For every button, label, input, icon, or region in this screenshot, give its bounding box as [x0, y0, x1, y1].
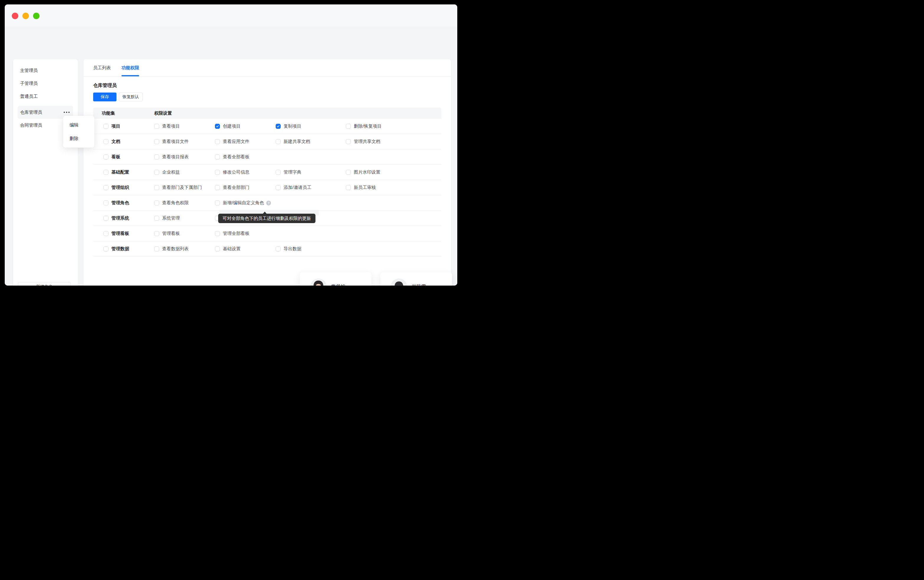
- table-row: 看板查看项目报表查看全部看板: [93, 150, 441, 165]
- group-cell: 基础配置: [104, 165, 129, 180]
- permission-cell: 创建项目: [215, 119, 241, 134]
- sidebar-item[interactable]: 普通员工: [18, 90, 73, 103]
- checkbox[interactable]: [276, 246, 280, 251]
- permission-cell: 复制项目: [276, 119, 301, 134]
- permission-cell: 查看项目: [154, 119, 180, 134]
- checkbox[interactable]: [215, 185, 220, 190]
- checkbox[interactable]: [104, 139, 109, 144]
- permission-label: 查看数据列表: [162, 246, 189, 252]
- checkbox[interactable]: [154, 200, 159, 206]
- tab-employee-list[interactable]: 员工列表: [93, 59, 111, 76]
- group-cell: 项目: [104, 119, 120, 134]
- checkbox[interactable]: [346, 170, 351, 175]
- table-row: 项目查看项目创建项目复制项目删除/恢复项目: [93, 119, 441, 134]
- sidebar-item[interactable]: 子管理员: [18, 77, 73, 90]
- checkbox[interactable]: [215, 200, 220, 206]
- table-row: 管理数据查看数据列表基础设置导出数据: [93, 241, 441, 257]
- add-role-button[interactable]: 新增角色: [18, 282, 71, 285]
- checkbox[interactable]: [215, 139, 220, 144]
- permission-cell: 管理共享文档: [346, 134, 380, 149]
- group-label: 项目: [111, 124, 120, 129]
- help-icon[interactable]: ?: [266, 201, 271, 206]
- checkbox[interactable]: [154, 185, 159, 190]
- user-name: 费凝锦: [331, 283, 346, 286]
- permission-cell: 删除/恢复项目: [346, 119, 381, 134]
- user-card[interactable]: 费凝锦: [300, 272, 371, 285]
- checkbox[interactable]: [276, 124, 280, 129]
- checkbox[interactable]: [104, 246, 109, 251]
- permission-label: 查看全部部门: [223, 185, 249, 190]
- checkbox[interactable]: [276, 139, 280, 144]
- user-card[interactable]: 崔荣震: [380, 272, 452, 285]
- group-label: 管理看板: [111, 231, 129, 236]
- permission-label: 添加/邀请员工: [284, 185, 311, 190]
- checkbox[interactable]: [154, 246, 159, 251]
- checkbox[interactable]: [346, 139, 351, 144]
- sidebar-item[interactable]: 主管理员: [18, 64, 73, 77]
- checkbox[interactable]: [276, 185, 280, 190]
- checkbox[interactable]: [215, 170, 220, 175]
- permission-label: 复制项目: [284, 124, 301, 129]
- permission-label: 新员工审核: [354, 185, 376, 190]
- minimize-button[interactable]: [22, 13, 29, 19]
- checkbox[interactable]: [154, 216, 159, 221]
- sidebar-item-label: 仓库管理员: [20, 110, 42, 115]
- context-menu-item[interactable]: 编辑: [63, 118, 94, 132]
- permission-label: 导出数据: [284, 246, 301, 252]
- permission-cell: 查看全部部门: [215, 180, 249, 195]
- checkbox[interactable]: [215, 155, 220, 160]
- checkbox[interactable]: [104, 155, 109, 160]
- permission-cell: 查看数据列表: [154, 241, 189, 256]
- permission-cell: 添加/邀请员工: [276, 180, 311, 195]
- permission-cell: 查看角色权限: [154, 195, 189, 211]
- permission-label: 查看项目报表: [162, 154, 189, 160]
- permission-label: 查看部门及下属部门: [162, 185, 202, 190]
- checkbox[interactable]: [154, 139, 159, 144]
- zoom-button[interactable]: [33, 13, 40, 19]
- group-cell: 看板: [104, 150, 120, 165]
- permission-label: 查看角色权限: [162, 200, 189, 206]
- checkbox[interactable]: [154, 231, 159, 236]
- table-body: 项目查看项目创建项目复制项目删除/恢复项目文档查看项目文件查看应用文件新建共享文…: [93, 119, 441, 257]
- permission-label: 管理字典: [284, 170, 301, 175]
- checkbox[interactable]: [104, 200, 109, 206]
- checkbox[interactable]: [104, 185, 109, 190]
- context-menu-item[interactable]: 删除: [63, 132, 94, 145]
- checkbox[interactable]: [215, 231, 220, 236]
- permission-cell: 修改公司信息: [215, 165, 249, 180]
- permission-label: 图片水印设置: [354, 170, 380, 175]
- traffic-lights: [12, 13, 40, 19]
- group-cell: 管理数据: [104, 241, 129, 256]
- context-menu: 编辑删除: [63, 116, 94, 148]
- checkbox[interactable]: [215, 246, 220, 251]
- checkbox[interactable]: [154, 155, 159, 160]
- checkbox[interactable]: [276, 170, 280, 175]
- permission-label: 基础设置: [223, 246, 241, 252]
- checkbox[interactable]: [104, 231, 109, 236]
- more-dot: [66, 112, 67, 113]
- checkbox[interactable]: [154, 170, 159, 175]
- checkbox[interactable]: [346, 185, 351, 190]
- permission-cell: 系统管理: [154, 211, 180, 226]
- close-button[interactable]: [12, 13, 18, 19]
- app-window: 主管理员子管理员普通员工仓库管理员合同管理员 新增角色 员工列表功能权限 仓库管…: [5, 5, 457, 285]
- group-label: 看板: [111, 154, 120, 160]
- permission-cell: 新增/编辑自定义角色?: [215, 195, 271, 211]
- save-button[interactable]: 保存: [93, 92, 116, 101]
- permission-label: 修改公司信息: [223, 170, 249, 175]
- checkbox[interactable]: [215, 124, 220, 129]
- group-cell: 管理系统: [104, 211, 129, 226]
- page-title: 仓库管理员: [93, 82, 441, 89]
- app-background: 主管理员子管理员普通员工仓库管理员合同管理员 新增角色 员工列表功能权限 仓库管…: [5, 26, 457, 285]
- table-row: 文档查看项目文件查看应用文件新建共享文档管理共享文档: [93, 134, 441, 150]
- checkbox[interactable]: [104, 170, 109, 175]
- checkbox[interactable]: [154, 124, 159, 129]
- checkbox[interactable]: [104, 216, 109, 221]
- user-name: 崔荣震: [411, 283, 426, 286]
- checkbox[interactable]: [346, 124, 351, 129]
- restore-defaults-button[interactable]: 恢复默认: [119, 92, 143, 101]
- more-icon[interactable]: [64, 112, 69, 113]
- table-row: 管理角色查看角色权限新增/编辑自定义角色?: [93, 195, 441, 211]
- tab-function-permissions[interactable]: 功能权限: [122, 59, 139, 76]
- checkbox[interactable]: [104, 124, 109, 129]
